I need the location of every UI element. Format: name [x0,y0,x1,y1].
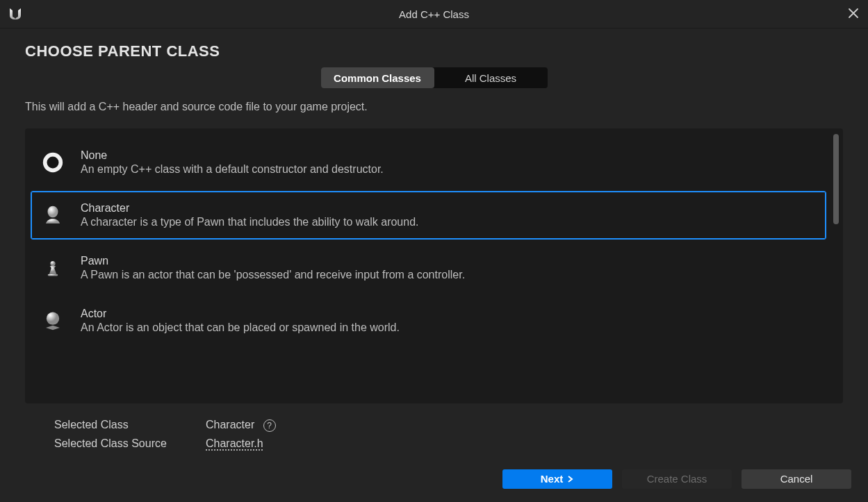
svg-point-5 [47,312,59,325]
class-name: Pawn [81,255,465,267]
class-description: An empty C++ class with a default constr… [81,163,384,176]
class-name: Character [81,202,419,215]
class-row-character[interactable]: Character A character is a type of Pawn … [31,191,826,240]
selected-class-value: Character [206,419,254,430]
svg-point-2 [48,206,58,218]
class-description: An Actor is an object that can be placed… [81,321,400,334]
selected-source-row: Selected Class Source Character.h [54,437,843,450]
chevron-right-icon [567,473,574,485]
help-icon[interactable]: ? [263,419,276,432]
pawn-icon [40,256,65,281]
create-class-button: Create Class [622,469,732,489]
unreal-logo-icon [7,6,24,22]
scrollbar-thumb[interactable] [833,134,839,224]
class-description: A character is a type of Pawn that inclu… [81,216,419,228]
character-icon [40,203,65,228]
svg-point-1 [47,157,59,169]
page-description: This will add a C++ header and source co… [25,101,843,113]
selected-class-row: Selected Class Character ? [54,419,843,432]
selected-source-label: Selected Class Source [54,437,177,450]
next-button-label: Next [541,473,564,485]
titlebar: Add C++ Class [0,0,868,28]
svg-rect-4 [48,274,58,276]
tab-all-classes[interactable]: All Classes [434,67,548,88]
close-icon[interactable] [847,7,860,19]
class-description: A Pawn is an actor that can be 'possesse… [81,269,465,281]
class-name: None [81,149,384,162]
page-heading: CHOOSE PARENT CLASS [25,42,843,60]
window-title: Add C++ Class [399,8,469,20]
class-row-pawn[interactable]: Pawn A Pawn is an actor that can be 'pos… [31,244,826,292]
svg-point-3 [50,261,55,266]
class-name: Actor [81,308,400,320]
selected-source-value[interactable]: Character.h [206,437,263,450]
class-filter-tabs: Common Classes All Classes [321,67,548,88]
none-icon [40,150,65,175]
class-row-none[interactable]: None An empty C++ class with a default c… [31,138,826,187]
cancel-button[interactable]: Cancel [742,469,851,489]
class-list: None An empty C++ class with a default c… [25,128,843,403]
class-row-actor[interactable]: Actor An Actor is an object that can be … [31,296,826,345]
tab-common-classes[interactable]: Common Classes [321,67,434,88]
selected-class-label: Selected Class [54,419,177,431]
actor-icon [40,308,65,333]
next-button[interactable]: Next [502,469,612,489]
